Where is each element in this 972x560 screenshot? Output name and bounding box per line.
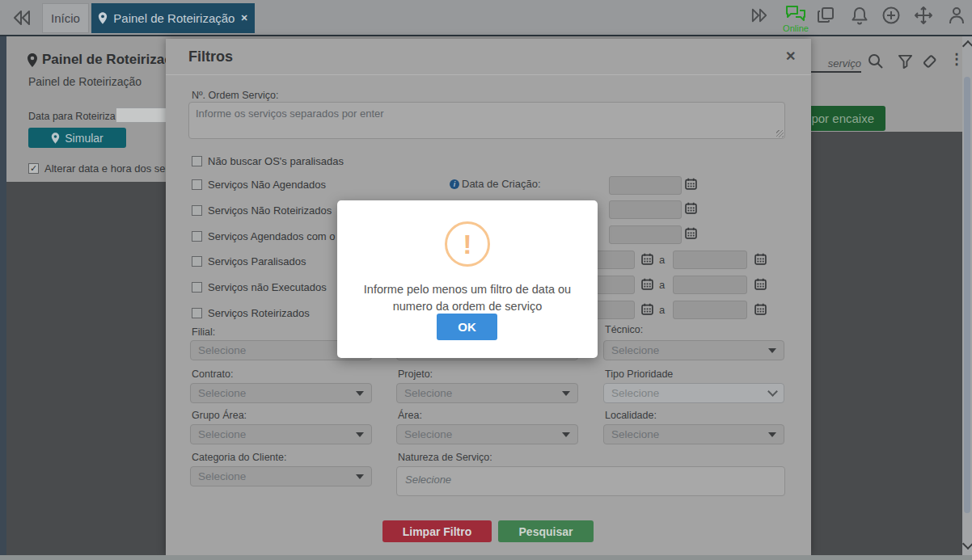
calendar-icon[interactable] (641, 253, 653, 265)
date-range-row: a (564, 276, 798, 294)
grupo-area-select[interactable]: Selecione (190, 424, 372, 444)
projeto-select[interactable]: Selecione (396, 383, 578, 403)
dropdown-arrow-icon (562, 432, 570, 437)
check-icon: ✓ (30, 163, 37, 174)
search-value: serviço (828, 57, 861, 69)
chevron-down-icon (767, 386, 778, 397)
alert-message: Informe pelo menos um filtro de data ou … (346, 281, 589, 315)
tecnico-select[interactable]: Selecione (603, 340, 784, 360)
categoria-cliente-select[interactable]: Selecione (190, 466, 372, 486)
checkbox[interactable] (192, 156, 202, 166)
alert-ok-button[interactable]: OK (437, 314, 497, 340)
checkbox-label: Serviços Não Roteirizados (208, 204, 332, 217)
calendar-icon[interactable] (685, 178, 697, 190)
divider (166, 74, 811, 75)
scrollbar-thumb[interactable] (964, 77, 970, 513)
tipo-prioridade-label: Tipo Prioridade (605, 368, 673, 380)
select-value: Selecione (611, 387, 659, 399)
dropdown-arrow-icon (768, 432, 776, 437)
select-value: Selecione (404, 428, 452, 440)
filter-checkbox-row: Serviços não Executados (192, 281, 327, 293)
checkbox-label: Serviços Paralisados (208, 255, 306, 267)
search-icon[interactable] (867, 53, 885, 70)
natureza-servico-select[interactable]: Selecione (396, 466, 785, 496)
tab-close-icon[interactable]: ✕ (240, 13, 247, 23)
tipo-prioridade-select[interactable]: Selecione (603, 383, 784, 403)
fast-forward-icon[interactable] (749, 6, 770, 25)
localidade-label: Localidade: (605, 410, 657, 421)
collapse-tabs-icon[interactable] (10, 6, 34, 29)
pin-icon (98, 12, 108, 24)
simulate-label: Simular (65, 132, 103, 145)
bell-icon[interactable] (849, 5, 870, 26)
contrato-label: Contrato: (192, 368, 233, 380)
add-circle-icon[interactable] (881, 5, 902, 26)
creation-date-label: Data de Criação: (462, 178, 541, 190)
date-input[interactable] (609, 176, 682, 195)
dropdown-arrow-icon (562, 391, 570, 396)
filter-checkbox-row: Serviços Não Roteirizados (192, 204, 332, 217)
select-value: Selecione (198, 387, 246, 399)
checkbox-label: Não buscar OS's paralisadas (208, 155, 344, 167)
calendar-icon[interactable] (641, 303, 653, 315)
filter-checkbox-row: Serviços Roteirizados (192, 307, 310, 319)
page-content-left (6, 182, 166, 555)
calendar-icon[interactable] (754, 253, 767, 265)
area-select[interactable]: Selecione (396, 424, 578, 444)
copy-icon[interactable] (815, 6, 836, 25)
footer-bar (0, 555, 972, 560)
exclamation-icon: ! (463, 230, 471, 258)
date-input[interactable] (673, 276, 747, 294)
tab-inicio[interactable]: Início (42, 3, 89, 33)
filter-checkbox-row: Serviços Paralisados (192, 255, 306, 267)
tab-label: Início (51, 11, 80, 25)
checkbox[interactable] (192, 256, 202, 267)
checkbox[interactable] (192, 205, 202, 216)
filter-checkbox-row: Não buscar OS's paralisadas (192, 155, 344, 167)
tecnico-label: Técnico: (605, 324, 643, 335)
pin-icon (27, 53, 38, 67)
checkbox-label: Serviços não Executados (208, 281, 327, 293)
resize-grip[interactable] (776, 130, 784, 137)
checkbox[interactable] (192, 282, 202, 293)
calendar-icon[interactable] (685, 202, 697, 214)
calendar-icon[interactable] (754, 303, 767, 315)
checkbox-label: Serviços Roteirizados (208, 307, 310, 319)
info-icon[interactable]: i (450, 179, 459, 189)
date-input[interactable] (609, 225, 682, 244)
range-separator: a (659, 254, 665, 266)
os-placeholder: Informe os serviços separados por enter (196, 107, 384, 120)
tab-painel-roteirizacao[interactable]: Painel de Roteirização ✕ (91, 3, 255, 33)
select-value: Selecione (404, 387, 452, 399)
chat-icon[interactable] (784, 4, 807, 23)
contrato-select[interactable]: Selecione (190, 383, 372, 403)
dropdown-arrow-icon (356, 432, 364, 437)
calendar-icon[interactable] (754, 278, 767, 290)
search-filter-button[interactable]: Pesquisar (498, 520, 594, 542)
calendar-icon[interactable] (685, 227, 697, 239)
checkbox[interactable] (192, 308, 202, 318)
clear-filter-button[interactable]: Limpar Filtro (382, 520, 492, 542)
warning-circle-icon: ! (445, 221, 490, 267)
tab-label: Painel de Roteirização (113, 11, 235, 25)
dropdown-arrow-icon (768, 348, 776, 353)
filter-icon[interactable] (896, 53, 914, 70)
top-bar: Início Painel de Roteirização ✕ Online (0, 0, 972, 36)
select-value: Selecione (405, 474, 451, 486)
os-number-textarea[interactable]: Informe os serviços separados por enter (188, 102, 785, 139)
date-input[interactable] (609, 200, 682, 219)
date-input[interactable] (673, 301, 747, 319)
calendar-icon[interactable] (641, 278, 653, 290)
checkbox[interactable] (192, 179, 202, 190)
alter-date-checkbox[interactable]: ✓ (28, 163, 39, 174)
alert-dialog: ! Informe pelo menos um filtro de data o… (337, 200, 598, 358)
simulate-button[interactable]: Simular (28, 128, 126, 148)
localidade-select[interactable]: Selecione (603, 424, 784, 444)
date-input[interactable] (673, 251, 747, 269)
checkbox[interactable] (192, 231, 202, 242)
select-value: Selecione (611, 344, 659, 356)
move-icon[interactable] (913, 5, 934, 26)
modal-close-icon[interactable]: ✕ (785, 48, 796, 64)
user-icon[interactable] (946, 5, 967, 26)
eraser-icon[interactable] (920, 53, 938, 70)
